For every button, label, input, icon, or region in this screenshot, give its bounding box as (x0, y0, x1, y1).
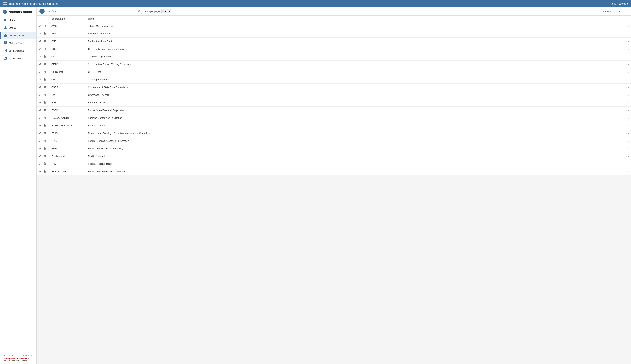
table-row[interactable]: CWFCrestwood Financial› (37, 91, 631, 99)
edit-icon[interactable] (39, 146, 42, 150)
delete-icon[interactable] (43, 162, 46, 166)
expand-cell[interactable]: › (624, 152, 631, 160)
expand-cell[interactable]: › (624, 68, 631, 76)
edit-icon[interactable] (39, 93, 42, 97)
edit-icon[interactable] (39, 101, 42, 104)
add-organization-button[interactable]: + (40, 9, 45, 14)
table-row[interactable]: CPBCheasepeake Bank› (37, 76, 631, 84)
edit-icon[interactable] (39, 154, 42, 158)
delete-icon[interactable] (43, 131, 46, 135)
delete-icon[interactable] (43, 70, 46, 74)
delete-icon[interactable] (43, 139, 46, 143)
edit-icon[interactable] (39, 85, 42, 89)
delete-icon[interactable] (43, 40, 46, 43)
expand-cell[interactable]: › (624, 60, 631, 68)
expand-cell[interactable]: › (624, 91, 631, 99)
chevron-down-icon: ▾ (627, 2, 628, 5)
edit-icon[interactable] (39, 139, 42, 143)
prev-page-button[interactable]: ‹ (618, 9, 622, 14)
table-row[interactable]: ATBAllegheny Trust Bank› (37, 30, 631, 38)
table-row[interactable]: CCBCascade Capital Bank› (37, 53, 631, 60)
table-row[interactable]: CSBSConference of State Bank Supervisors… (37, 84, 631, 91)
delete-icon[interactable] (43, 146, 46, 150)
delete-icon[interactable] (43, 32, 46, 36)
table-row[interactable]: CFTCCommodities Futures Trading Comissio… (37, 60, 631, 68)
edit-icon[interactable] (39, 162, 42, 166)
sidebar-collapse-button[interactable]: ✕ (3, 10, 7, 14)
expand-cell[interactable]: › (624, 122, 631, 130)
sidebar-item-gallery-cards[interactable]: Gallery Cards › (0, 40, 36, 47)
table-row[interactable]: FDICFederal Deposit Insurance Corporatio… (37, 137, 631, 145)
next-page-button[interactable]: › (624, 9, 628, 14)
svg-rect-150 (44, 148, 46, 149)
table-row[interactable]: AMBAtlanta Metropolitan Bank› (37, 22, 631, 30)
delete-icon[interactable] (43, 170, 46, 174)
sidebar-item-organizations[interactable]: Organizations › (0, 32, 36, 40)
expand-cell[interactable]: › (624, 38, 631, 45)
table-row[interactable]: EGBEvergreen Bank› (37, 99, 631, 106)
expand-cell[interactable]: › (624, 160, 631, 168)
edit-icon[interactable] (39, 116, 42, 120)
delete-icon[interactable] (43, 55, 46, 58)
expand-cell[interactable]: › (624, 45, 631, 53)
edit-icon[interactable] (39, 32, 42, 36)
edit-icon[interactable] (39, 108, 42, 112)
expand-cell[interactable]: › (624, 76, 631, 84)
expand-cell[interactable]: › (624, 145, 631, 152)
delete-icon[interactable] (43, 154, 46, 158)
expand-cell[interactable]: › (624, 30, 631, 38)
row-actions (39, 70, 47, 74)
edit-icon[interactable] (39, 124, 42, 128)
sidebar-item-units[interactable]: Units › (0, 16, 36, 24)
edit-icon[interactable] (39, 131, 42, 135)
table-row[interactable]: ESFCEmpire State Financial Corporation› (37, 106, 631, 114)
table-row[interactable]: Exercise ControlExercise Control and Fac… (37, 114, 631, 122)
expand-cell[interactable]: › (624, 53, 631, 60)
sidebar-item-cite-roles[interactable]: CITE Roles › (0, 55, 36, 62)
edit-icon[interactable] (39, 70, 42, 74)
expand-cell[interactable]: › (624, 22, 631, 30)
table-row[interactable]: FL - NationalFlorida National› (37, 152, 631, 160)
expand-cell[interactable]: › (624, 137, 631, 145)
expand-cell[interactable]: › (624, 130, 631, 137)
delete-icon[interactable] (43, 124, 46, 128)
delete-icon[interactable] (43, 116, 46, 120)
delete-icon[interactable] (43, 24, 46, 28)
delete-icon[interactable] (43, 47, 46, 51)
table-row[interactable]: BNBBayfront National Bank› (37, 38, 631, 45)
search-input[interactable] (52, 10, 137, 13)
clear-search-button[interactable]: ✕ (138, 10, 140, 13)
table-row[interactable]: FRB - CaliforniaFederal Reserve Board - … (37, 168, 631, 176)
delete-icon[interactable] (43, 78, 46, 82)
row-actions-cell (37, 30, 49, 38)
table-row[interactable]: FRBFederal Reserve Board› (37, 160, 631, 168)
delete-icon[interactable] (43, 108, 46, 112)
items-per-page-select[interactable]: 20 50 100 (161, 9, 171, 14)
sidebar-item-users[interactable]: Users › (0, 24, 36, 32)
edit-icon[interactable] (39, 47, 42, 51)
table-row[interactable]: FBIICFinancial and Banking Information I… (37, 130, 631, 137)
edit-icon[interactable] (39, 170, 42, 174)
edit-icon[interactable] (39, 62, 42, 66)
edit-icon[interactable] (39, 55, 42, 58)
expand-cell[interactable]: › (624, 114, 631, 122)
edit-icon[interactable] (39, 40, 42, 43)
user-menu[interactable]: Nuria Pacheco ▾ (610, 2, 628, 5)
user-name: Nuria Pacheco (610, 2, 626, 5)
sidebar-item-cite-actions[interactable]: CITE Actions › (0, 47, 36, 55)
edit-icon[interactable] (39, 78, 42, 82)
expand-cell[interactable]: › (624, 168, 631, 176)
delete-icon[interactable] (43, 93, 46, 97)
expand-cell[interactable]: › (624, 99, 631, 106)
edit-icon[interactable] (39, 24, 42, 28)
delete-icon[interactable] (43, 62, 46, 66)
table-row[interactable]: EXERCISE-CONTROLExercise Control› (37, 122, 631, 130)
svg-rect-174 (44, 171, 46, 172)
delete-icon[interactable] (43, 101, 46, 104)
delete-icon[interactable] (43, 85, 46, 89)
table-row[interactable]: FHFAFederal Housing Finance Agency› (37, 145, 631, 152)
expand-cell[interactable]: › (624, 84, 631, 91)
table-row[interactable]: CFTC-TestCFTC - Test› (37, 68, 631, 76)
table-row[interactable]: CBSICommunity Bank Sentiment Index› (37, 45, 631, 53)
expand-cell[interactable]: › (624, 106, 631, 114)
